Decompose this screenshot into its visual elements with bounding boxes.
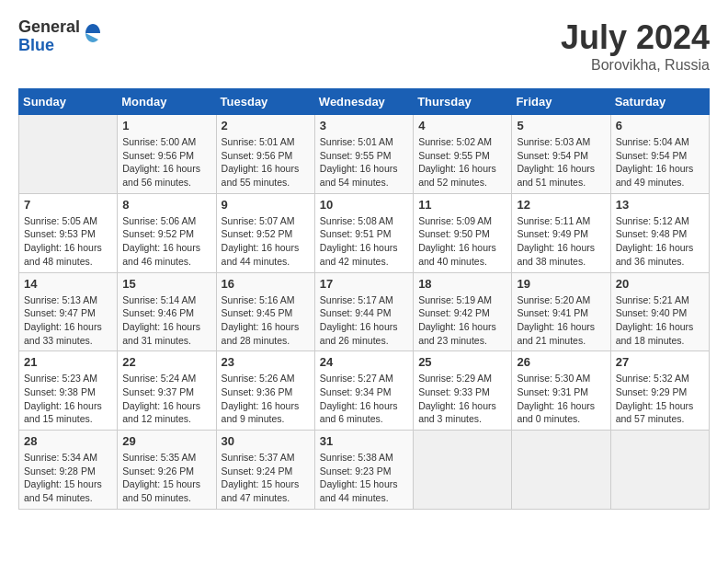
day-cell: 23Sunrise: 5:26 AMSunset: 9:36 PMDayligh… <box>216 351 314 431</box>
week-row: 1Sunrise: 5:00 AMSunset: 9:56 PMDaylight… <box>19 115 710 194</box>
day-info: Sunrise: 5:17 AMSunset: 9:44 PMDaylight:… <box>320 293 408 348</box>
day-number: 16 <box>222 277 310 291</box>
day-number: 11 <box>418 198 506 212</box>
day-info: Sunrise: 5:21 AMSunset: 9:40 PMDaylight:… <box>616 293 704 348</box>
calendar-header: SundayMondayTuesdayWednesdayThursdayFrid… <box>19 89 710 115</box>
day-cell: 16Sunrise: 5:16 AMSunset: 9:45 PMDayligh… <box>216 272 314 351</box>
day-info: Sunrise: 5:07 AMSunset: 9:52 PMDaylight:… <box>222 214 310 269</box>
day-cell: 19Sunrise: 5:20 AMSunset: 9:41 PMDayligh… <box>512 272 610 351</box>
logo: General Blue <box>18 18 104 55</box>
week-row: 21Sunrise: 5:23 AMSunset: 9:38 PMDayligh… <box>19 351 710 431</box>
day-info: Sunrise: 5:09 AMSunset: 9:50 PMDaylight:… <box>418 214 506 269</box>
day-info: Sunrise: 5:12 AMSunset: 9:48 PMDaylight:… <box>616 214 704 269</box>
day-info: Sunrise: 5:35 AMSunset: 9:26 PMDaylight:… <box>122 451 210 505</box>
day-number: 23 <box>222 355 310 369</box>
day-number: 2 <box>222 119 310 132</box>
day-cell: 8Sunrise: 5:06 AMSunset: 9:52 PMDaylight… <box>118 193 216 272</box>
header-day: Thursday <box>414 89 512 115</box>
day-cell: 21Sunrise: 5:23 AMSunset: 9:38 PMDayligh… <box>19 351 118 431</box>
day-number: 30 <box>222 434 310 448</box>
day-cell: 18Sunrise: 5:19 AMSunset: 9:42 PMDayligh… <box>414 272 512 351</box>
day-info: Sunrise: 5:37 AMSunset: 9:24 PMDaylight:… <box>222 451 310 505</box>
header-day: Saturday <box>610 89 709 115</box>
day-cell: 22Sunrise: 5:24 AMSunset: 9:37 PMDayligh… <box>118 351 216 431</box>
day-number: 6 <box>616 119 704 132</box>
day-info: Sunrise: 5:04 AMSunset: 9:54 PMDaylight:… <box>616 135 704 190</box>
day-info: Sunrise: 5:00 AMSunset: 9:56 PMDaylight:… <box>122 135 210 190</box>
header-day: Monday <box>118 89 216 115</box>
page-header: General Blue July 2024 Borovikha, Russia <box>18 18 710 74</box>
day-number: 27 <box>616 355 704 369</box>
day-info: Sunrise: 5:30 AMSunset: 9:31 PMDaylight:… <box>517 372 605 426</box>
day-cell <box>414 431 512 510</box>
day-cell <box>19 115 118 194</box>
day-number: 13 <box>616 198 704 212</box>
day-info: Sunrise: 5:19 AMSunset: 9:42 PMDaylight:… <box>418 293 506 348</box>
day-cell: 3Sunrise: 5:01 AMSunset: 9:55 PMDaylight… <box>314 115 413 194</box>
day-number: 3 <box>320 119 408 132</box>
day-number: 22 <box>122 355 210 369</box>
day-cell: 29Sunrise: 5:35 AMSunset: 9:26 PMDayligh… <box>118 431 216 510</box>
logo-blue-text: Blue <box>18 37 80 55</box>
day-cell: 5Sunrise: 5:03 AMSunset: 9:54 PMDaylight… <box>512 115 610 194</box>
day-cell: 6Sunrise: 5:04 AMSunset: 9:54 PMDaylight… <box>610 115 709 194</box>
day-number: 9 <box>222 198 310 212</box>
calendar-table: SundayMondayTuesdayWednesdayThursdayFrid… <box>18 88 710 510</box>
day-number: 4 <box>418 119 506 132</box>
day-cell: 7Sunrise: 5:05 AMSunset: 9:53 PMDaylight… <box>19 193 118 272</box>
header-day: Tuesday <box>216 89 314 115</box>
calendar-body: 1Sunrise: 5:00 AMSunset: 9:56 PMDaylight… <box>19 115 710 510</box>
day-cell: 20Sunrise: 5:21 AMSunset: 9:40 PMDayligh… <box>610 272 709 351</box>
day-number: 25 <box>418 355 506 369</box>
day-info: Sunrise: 5:11 AMSunset: 9:49 PMDaylight:… <box>517 214 605 269</box>
day-info: Sunrise: 5:23 AMSunset: 9:38 PMDaylight:… <box>24 372 112 426</box>
day-cell: 2Sunrise: 5:01 AMSunset: 9:56 PMDaylight… <box>216 115 314 194</box>
day-number: 14 <box>24 277 112 291</box>
day-number: 1 <box>122 119 210 132</box>
day-info: Sunrise: 5:32 AMSunset: 9:29 PMDaylight:… <box>616 372 704 426</box>
day-cell: 11Sunrise: 5:09 AMSunset: 9:50 PMDayligh… <box>414 193 512 272</box>
day-cell: 13Sunrise: 5:12 AMSunset: 9:48 PMDayligh… <box>610 193 709 272</box>
day-info: Sunrise: 5:03 AMSunset: 9:54 PMDaylight:… <box>517 135 605 190</box>
day-info: Sunrise: 5:08 AMSunset: 9:51 PMDaylight:… <box>320 214 408 269</box>
week-row: 14Sunrise: 5:13 AMSunset: 9:47 PMDayligh… <box>19 272 710 351</box>
day-info: Sunrise: 5:06 AMSunset: 9:52 PMDaylight:… <box>122 214 210 269</box>
day-info: Sunrise: 5:13 AMSunset: 9:47 PMDaylight:… <box>24 293 112 348</box>
header-day: Wednesday <box>314 89 413 115</box>
day-cell: 28Sunrise: 5:34 AMSunset: 9:28 PMDayligh… <box>19 431 118 510</box>
day-number: 26 <box>517 355 605 369</box>
day-cell: 25Sunrise: 5:29 AMSunset: 9:33 PMDayligh… <box>414 351 512 431</box>
location-subtitle: Borovikha, Russia <box>561 57 710 74</box>
day-cell: 17Sunrise: 5:17 AMSunset: 9:44 PMDayligh… <box>314 272 413 351</box>
day-info: Sunrise: 5:02 AMSunset: 9:55 PMDaylight:… <box>418 135 506 190</box>
month-year-title: July 2024 <box>561 18 710 57</box>
header-row: SundayMondayTuesdayWednesdayThursdayFrid… <box>19 89 710 115</box>
day-number: 24 <box>320 355 408 369</box>
day-number: 7 <box>24 198 112 212</box>
day-number: 31 <box>320 434 408 448</box>
day-info: Sunrise: 5:29 AMSunset: 9:33 PMDaylight:… <box>418 372 506 426</box>
day-info: Sunrise: 5:01 AMSunset: 9:55 PMDaylight:… <box>320 135 408 190</box>
header-day: Sunday <box>19 89 118 115</box>
header-day: Friday <box>512 89 610 115</box>
day-info: Sunrise: 5:16 AMSunset: 9:45 PMDaylight:… <box>222 293 310 348</box>
day-number: 12 <box>517 198 605 212</box>
day-info: Sunrise: 5:38 AMSunset: 9:23 PMDaylight:… <box>320 451 408 505</box>
day-number: 15 <box>122 277 210 291</box>
day-number: 29 <box>122 434 210 448</box>
day-cell: 1Sunrise: 5:00 AMSunset: 9:56 PMDaylight… <box>118 115 216 194</box>
day-cell: 14Sunrise: 5:13 AMSunset: 9:47 PMDayligh… <box>19 272 118 351</box>
day-info: Sunrise: 5:26 AMSunset: 9:36 PMDaylight:… <box>222 372 310 426</box>
day-number: 18 <box>418 277 506 291</box>
day-cell: 26Sunrise: 5:30 AMSunset: 9:31 PMDayligh… <box>512 351 610 431</box>
day-info: Sunrise: 5:24 AMSunset: 9:37 PMDaylight:… <box>122 372 210 426</box>
day-cell: 10Sunrise: 5:08 AMSunset: 9:51 PMDayligh… <box>314 193 413 272</box>
day-number: 19 <box>517 277 605 291</box>
day-cell <box>610 431 709 510</box>
day-info: Sunrise: 5:20 AMSunset: 9:41 PMDaylight:… <box>517 293 605 348</box>
day-number: 17 <box>320 277 408 291</box>
day-number: 8 <box>122 198 210 212</box>
day-info: Sunrise: 5:14 AMSunset: 9:46 PMDaylight:… <box>122 293 210 348</box>
day-number: 20 <box>616 277 704 291</box>
day-info: Sunrise: 5:05 AMSunset: 9:53 PMDaylight:… <box>24 214 112 269</box>
